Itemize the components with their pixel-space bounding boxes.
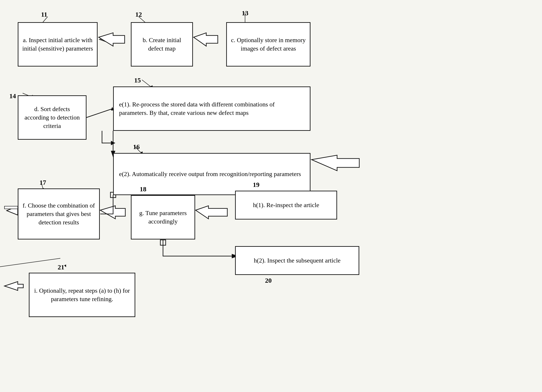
svg-marker-10 [195, 206, 227, 219]
arrow-18-19 [195, 206, 227, 219]
label-16: 16 [133, 143, 140, 150]
svg-marker-5 [111, 141, 115, 145]
label-18: 18 [140, 185, 146, 193]
box-21: i. Optionally, repeat steps (a) to (h) f… [29, 273, 135, 317]
label-13: 13 [242, 9, 248, 17]
svg-marker-34 [64, 264, 66, 267]
box-20: h(2). Inspect the subsequent article [235, 246, 359, 275]
box-11: a. Inspect initial article with initial … [18, 22, 98, 66]
box-13: c. Optionally store in memory images of … [226, 22, 310, 66]
diagram: a. Inspect initial article with initial … [0, 0, 542, 392]
label-21: 21 [58, 263, 64, 271]
label-20: 20 [265, 277, 272, 284]
arrow-11-12 [99, 33, 125, 46]
arrow-18-20 [160, 240, 238, 258]
svg-marker-2 [194, 33, 218, 46]
box-15: e(1). Re-process the stored data with di… [113, 86, 310, 131]
svg-line-36 [87, 109, 113, 118]
svg-marker-8 [5, 206, 18, 209]
label-14: 14 [9, 92, 16, 100]
svg-marker-1 [99, 33, 125, 46]
svg-marker-7 [7, 206, 18, 215]
arrow-12-13 [194, 33, 218, 46]
svg-line-33 [0, 258, 60, 267]
box-17: f. Choose the combination of parameters … [18, 188, 100, 239]
box-14: d. Sort defects according to detection c… [18, 95, 87, 140]
label-15: 15 [134, 76, 141, 84]
label-11: 11 [41, 11, 47, 18]
arrow-17-18 [100, 206, 125, 219]
arrow-left-into-17 [5, 206, 18, 215]
svg-marker-13 [5, 282, 23, 290]
svg-marker-0 [99, 34, 123, 44]
svg-marker-6 [312, 155, 359, 171]
label-19: 19 [253, 181, 260, 188]
box-19: h(1). Re-inspect the article [235, 191, 337, 220]
arrow-16-right [312, 155, 359, 171]
box-12: b. Create initial defect map [131, 22, 193, 66]
svg-rect-11 [160, 240, 166, 245]
label-17: 17 [39, 179, 46, 186]
svg-marker-9 [100, 206, 125, 219]
arrow-left-into-21 [5, 282, 23, 290]
label-12: 12 [135, 11, 142, 18]
box-18: g. Tune parameters accordingly [131, 195, 195, 239]
